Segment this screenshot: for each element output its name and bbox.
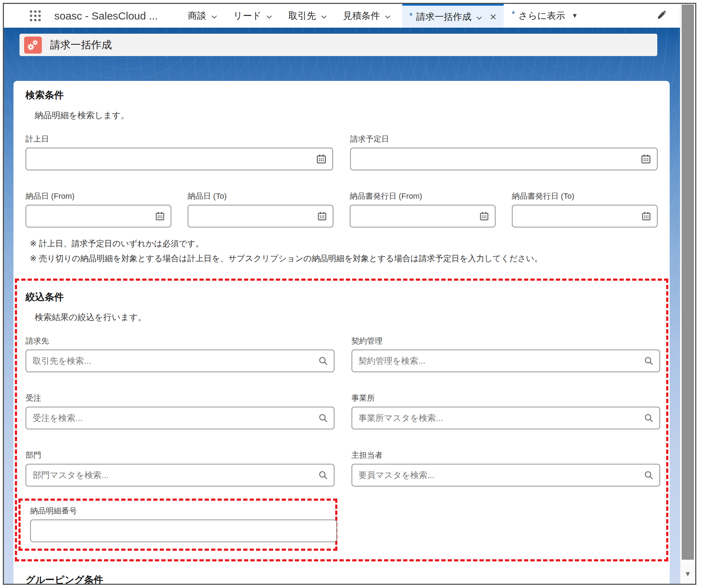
date-input[interactable] (518, 211, 638, 221)
tab-label: 見積条件 (343, 10, 380, 22)
lookup-input[interactable] (358, 356, 641, 366)
section-description-filter: 検索結果の絞込を行います。 (35, 312, 660, 323)
field-billing-scheduled-date: 請求予定日 (350, 134, 658, 170)
search-icon[interactable] (318, 470, 328, 480)
search-icon[interactable] (318, 356, 328, 366)
date-input[interactable] (356, 211, 476, 221)
lookup-input[interactable] (32, 356, 315, 366)
field-delivery-detail-number: 納品明細番号 (30, 506, 335, 542)
calendar-icon[interactable] (479, 211, 489, 221)
field-office: 事業所 (352, 393, 660, 429)
field-label: 受注 (26, 393, 334, 403)
field-recording-date: 計上日 (26, 134, 333, 170)
tab-label: 商談 (188, 10, 206, 22)
field-label: 納品日 (To) (188, 191, 333, 202)
chevron-down-icon[interactable] (321, 10, 327, 21)
scrollbar-thumb[interactable] (682, 5, 694, 560)
calendar-icon[interactable] (641, 211, 651, 221)
page-title: 請求一括作成 (50, 38, 112, 52)
tab-opportunities[interactable]: 商談 (180, 4, 225, 28)
vertical-scrollbar[interactable]: ▼ (680, 4, 695, 584)
date-input-billing-scheduled-date (350, 148, 658, 170)
dot (34, 10, 37, 13)
section-heading-search: 検索条件 (26, 89, 658, 101)
tab-label: 請求一括作成 (416, 11, 471, 23)
dot (38, 15, 41, 17)
lookup-input-office (352, 407, 660, 429)
highlight-outer-box: 絞込条件 検索結果の絞込を行います。 請求先 契約 (15, 279, 668, 561)
field-label: 計上日 (26, 134, 333, 144)
date-row-1: 計上日 請求予定日 (26, 134, 658, 170)
app-name-label: soasc - SalesCloud ... (54, 10, 158, 22)
field-label: 請求予定日 (350, 134, 658, 144)
search-icon[interactable] (644, 413, 654, 423)
date-input-delivery-date-to (188, 205, 333, 227)
edit-navigation-pencil-icon[interactable] (654, 9, 668, 23)
dot (38, 19, 41, 21)
filter-row-3: 部門 主担当者 (26, 450, 660, 487)
lookup-input[interactable] (32, 470, 315, 480)
field-contract-management: 契約管理 (352, 336, 660, 372)
tab-label: 取引先 (288, 10, 316, 22)
tab-leads[interactable]: リード (225, 4, 280, 28)
dot (30, 15, 32, 17)
search-conditions-section: 検索条件 納品明細を検索します。 計上日 請求予定 (26, 89, 658, 266)
unsaved-indicator: * (512, 10, 515, 19)
lookup-input[interactable] (358, 470, 641, 480)
tab-accounts[interactable]: 取引先 (280, 4, 335, 28)
field-label: 部門 (26, 450, 334, 461)
lookup-input[interactable] (358, 413, 641, 423)
field-delivery-date-to: 納品日 (To) (188, 191, 333, 227)
field-label: 請求先 (26, 336, 334, 346)
highlight-inner-box: 納品明細番号 (18, 499, 337, 551)
delivery-detail-number-input[interactable] (30, 520, 337, 542)
lookup-input-order (26, 407, 334, 429)
chevron-down-icon[interactable] (266, 10, 272, 21)
field-order: 受注 (26, 393, 334, 429)
search-icon[interactable] (644, 470, 654, 480)
app-launcher-icon[interactable] (30, 10, 41, 21)
tab-label: リード (233, 10, 261, 22)
section-heading-filter: 絞込条件 (26, 291, 660, 303)
field-delivery-slip-issue-date-from: 納品書発行日 (From) (350, 191, 496, 227)
search-icon[interactable] (318, 413, 328, 423)
field-label: 納品明細番号 (30, 506, 335, 516)
date-input-delivery-date-from (26, 205, 171, 227)
chevron-down-icon[interactable] (476, 11, 482, 22)
dropdown-triangle-icon[interactable]: ▼ (571, 12, 578, 20)
calendar-icon[interactable] (155, 211, 165, 221)
tab-label: さらに表示 (519, 10, 565, 22)
page-background: 請求一括作成 検索条件 納品明細を検索します。 計上日 (4, 28, 680, 584)
section-description-search: 納品明細を検索します。 (35, 110, 658, 121)
search-notes: ※ 計上日、請求予定日のいずれかは必須です。 ※ 売り切りの納品明細を対象とする… (30, 236, 658, 266)
tab-bulk-invoice-creation-active[interactable]: * 請求一括作成 × (402, 4, 504, 28)
date-input[interactable] (32, 154, 313, 164)
calendar-icon[interactable] (641, 154, 651, 164)
section-heading-grouping: グルーピング条件 (26, 573, 658, 584)
form-card: 検索条件 納品明細を検索します。 計上日 請求予定 (13, 81, 670, 584)
date-input[interactable] (194, 211, 314, 221)
field-billing-account: 請求先 (26, 336, 334, 372)
chevron-down-icon[interactable] (211, 10, 217, 21)
field-delivery-date-from: 納品日 (From) (26, 191, 171, 227)
field-label: 納品日 (From) (26, 191, 171, 202)
calendar-icon[interactable] (316, 154, 327, 164)
field-main-person-in-charge: 主担当者 (352, 450, 660, 487)
global-navigation-bar: soasc - SalesCloud ... 商談 リード 取引先 (4, 4, 680, 28)
tab-quote-conditions[interactable]: 見積条件 (335, 4, 399, 28)
chevron-down-icon[interactable] (385, 10, 391, 21)
date-row-2: 納品日 (From) 納品日 (To) (26, 191, 658, 227)
lookup-input[interactable] (32, 413, 315, 423)
dot (30, 10, 32, 13)
date-input[interactable] (32, 211, 151, 221)
date-input-recording-date (26, 148, 333, 170)
date-input[interactable] (356, 154, 637, 164)
date-input-delivery-slip-issue-date-to (512, 205, 658, 227)
calendar-icon[interactable] (317, 211, 327, 221)
dot (34, 19, 37, 21)
date-input-delivery-slip-issue-date-from (350, 205, 496, 227)
search-icon[interactable] (644, 356, 654, 366)
tab-show-more[interactable]: * さらに表示 ▼ (504, 4, 586, 28)
scrollbar-down-arrow-icon[interactable]: ▼ (680, 570, 695, 578)
close-tab-icon[interactable]: × (490, 11, 497, 22)
